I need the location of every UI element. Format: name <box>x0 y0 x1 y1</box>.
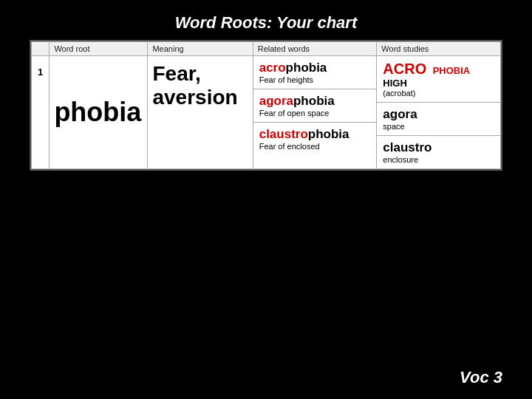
phobia-study-label: PHOBIA <box>433 65 471 76</box>
word-studies-cell: ACRO PHOBIA HIGH (acrobat) agora space <box>377 56 501 169</box>
word-study-row-3: claustro enclosure <box>377 136 500 168</box>
related-word-row-2: agoraphobia Fear of open space <box>253 89 377 123</box>
col-header-meaning: Meaning <box>148 42 253 56</box>
agora-study-label: agora <box>383 107 494 122</box>
related-word-acrophobia: acrophobia Fear of heights <box>253 56 377 89</box>
claustro-study-label: claustro <box>383 140 494 155</box>
claustro-suffix: phobia <box>308 127 349 141</box>
claustrophobia-sub: Fear of enclosed <box>259 142 371 151</box>
related-word-row-1: acrophobia Fear of heights <box>253 56 377 89</box>
word-roots-table: Word root Meaning Related words Word stu… <box>31 41 501 169</box>
agora-suffix: phobia <box>293 94 335 108</box>
agora-prefix: agora <box>259 94 293 108</box>
col-header-word-root: Word root <box>50 42 148 56</box>
related-words-cell: acrophobia Fear of heights agoraphobia F… <box>253 56 377 169</box>
meaning-line2: aversion <box>152 86 237 109</box>
agora-study-sub: space <box>383 122 494 131</box>
related-word-claustrophobia-text: claustrophobia <box>259 127 371 142</box>
acro-study-main: ACRO <box>383 61 426 77</box>
acro-study-sub: HIGH <box>383 78 494 89</box>
related-word-agoraphobia-text: agoraphobia <box>259 94 371 109</box>
acro-study-paren: (acrobat) <box>383 89 494 98</box>
col-header-word-studies: Word studies <box>377 42 501 56</box>
acro-suffix: phobia <box>286 61 327 75</box>
related-word-acrophobia-text: acrophobia <box>259 61 371 75</box>
word-study-claustro: claustro enclosure <box>377 136 500 168</box>
row-number-cell: 1 <box>32 56 50 169</box>
meaning-cell: Fear, aversion <box>148 56 253 169</box>
agoraphobia-sub: Fear of open space <box>259 109 371 117</box>
related-word-agoraphobia: agoraphobia Fear of open space <box>253 89 377 122</box>
word-study-agora: agora space <box>377 103 500 135</box>
word-study-row-2: agora space <box>377 103 500 136</box>
col-header-related-words: Related words <box>253 42 377 56</box>
related-word-claustrophobia: claustrophobia Fear of enclosed <box>253 123 377 155</box>
acrophobia-sub: Fear of heights <box>259 75 371 84</box>
claustro-prefix: claustro <box>259 127 308 141</box>
word-root-cell: phobia <box>50 56 148 169</box>
page: Word Roots: Your chart Word root Meaning… <box>0 0 532 399</box>
chart-table-container: Word root Meaning Related words Word stu… <box>30 40 502 171</box>
claustro-study-sub: enclosure <box>383 155 494 164</box>
word-study-acro: ACRO PHOBIA HIGH (acrobat) <box>377 56 500 102</box>
page-title: Word Roots: Your chart <box>175 13 358 33</box>
word-study-row-1: ACRO PHOBIA HIGH (acrobat) <box>377 56 500 103</box>
meaning-line1: Fear, <box>152 62 200 85</box>
word-root-text: phobia <box>54 97 141 127</box>
acro-prefix: acro <box>259 61 286 75</box>
voc-label: Voc 3 <box>460 368 502 387</box>
table-row: 1 phobia Fear, aversion <box>32 56 501 169</box>
related-word-row-3: claustrophobia Fear of enclosed <box>253 123 377 155</box>
col-header-num <box>32 42 50 56</box>
